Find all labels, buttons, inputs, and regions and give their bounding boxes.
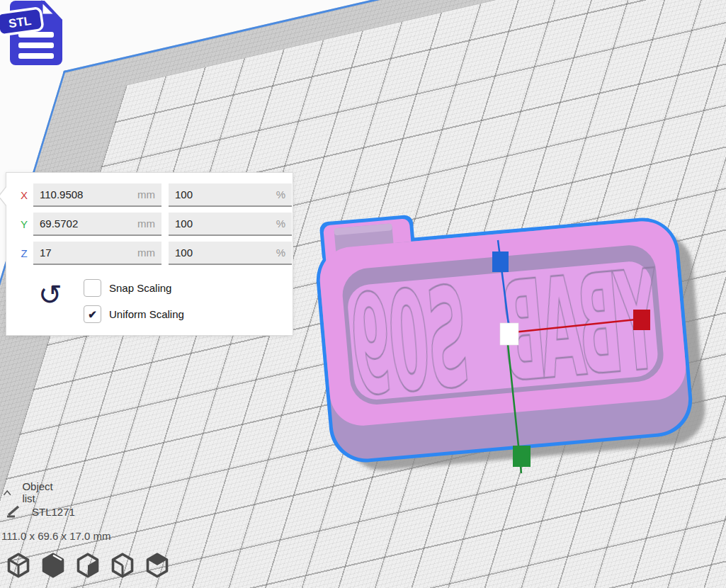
object-list-title: Object list [22, 480, 56, 504]
scale-row-y: Y 69.5702 mm 100 % [15, 213, 292, 236]
cube-3d-icon [6, 553, 31, 578]
y-size-unit: mm [137, 217, 155, 230]
snap-scaling-label: Snap Scaling [109, 282, 171, 294]
view-top-button[interactable] [144, 553, 170, 578]
cube-left-icon [75, 553, 101, 578]
object-item-name: STL1271 [32, 506, 75, 518]
object-list-toggle[interactable]: Object list [3, 480, 56, 504]
y-axis-label: Y [15, 218, 33, 230]
z-size-input[interactable]: 17 mm [33, 242, 161, 265]
uniform-scaling-label: Uniform Scaling [109, 308, 184, 320]
snap-scaling-row: Snap Scaling [84, 279, 171, 297]
z-scale-handle[interactable] [492, 251, 509, 272]
z-percent-unit: % [276, 247, 285, 259]
y-size-input[interactable]: 69.5702 mm [33, 213, 161, 236]
y-percent-input[interactable]: 100 % [169, 213, 292, 236]
y-percent-unit: % [276, 217, 285, 230]
z-percent-input[interactable]: 100 % [169, 242, 292, 265]
x-scale-handle[interactable] [633, 310, 650, 330]
uniform-scaling-row: ✔ Uniform Scaling [84, 305, 184, 323]
scale-row-x: X 110.9508 mm 100 % [15, 183, 292, 207]
check-icon: ✔ [88, 308, 97, 321]
snap-scaling-checkbox[interactable] [84, 279, 101, 297]
reset-scale-button[interactable]: ↺ [38, 281, 62, 309]
x-percent-unit: % [276, 188, 285, 200]
view-left-button[interactable] [75, 553, 101, 578]
chevron-up-icon [3, 488, 11, 497]
x-axis-label: X [15, 189, 33, 201]
cube-right-icon [110, 553, 135, 578]
stl-file-watermark: STL [0, 0, 68, 74]
cube-front-icon [40, 553, 66, 578]
camera-view-buttons [6, 553, 179, 578]
scale-row-z: Z 17 mm 100 % [15, 242, 292, 265]
uniform-scaling-checkbox[interactable]: ✔ [84, 305, 101, 323]
view-3d-button[interactable] [6, 553, 31, 578]
z-axis-label: Z [15, 247, 33, 259]
edit-icon [6, 504, 21, 519]
object-list-item[interactable]: STL1271 [6, 504, 75, 519]
scale-tool-panel: X 110.9508 mm 100 % Y 69.5702 mm 100 % Z [6, 172, 293, 336]
view-right-button[interactable] [110, 553, 135, 578]
cube-top-icon [144, 553, 170, 578]
reset-icon: ↺ [38, 278, 62, 311]
application-window: 90SBABY X 110.9508 mm 100 % [0, 0, 726, 588]
x-size-unit: mm [137, 188, 155, 200]
x-percent-input[interactable]: 100 % [169, 183, 292, 207]
z-size-unit: mm [137, 247, 155, 259]
uniform-scale-handle[interactable] [500, 323, 518, 345]
object-dimensions: 111.0 x 69.6 x 17.0 mm [1, 530, 111, 542]
y-scale-handle[interactable] [513, 446, 531, 467]
x-size-input[interactable]: 110.9508 mm [33, 183, 161, 207]
stl-document-icon: STL [0, 0, 68, 71]
view-front-button[interactable] [40, 553, 66, 578]
stl-badge: STL [0, 8, 43, 35]
